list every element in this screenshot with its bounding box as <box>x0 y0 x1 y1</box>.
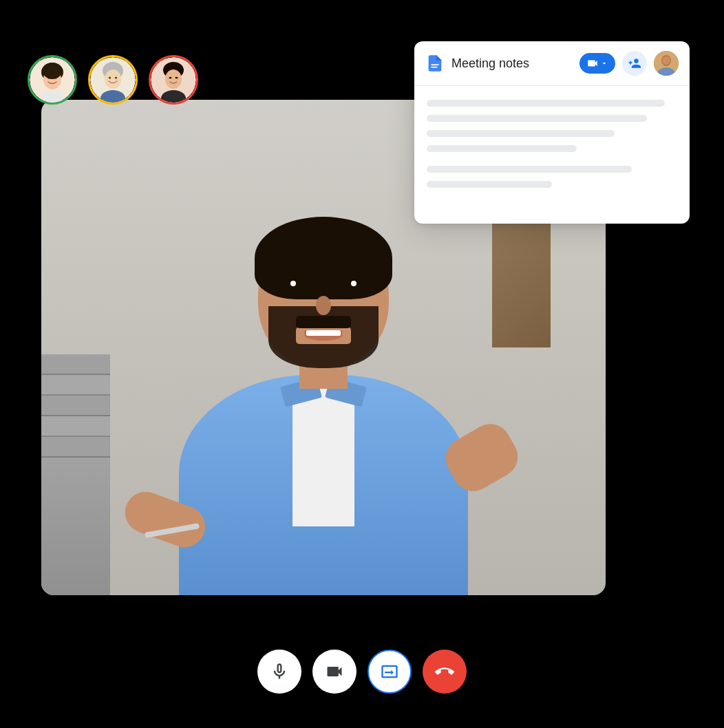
text-line-4 <box>427 145 577 152</box>
speaker-head <box>258 224 389 368</box>
scene: Meeting notes <box>0 0 724 728</box>
camera-button[interactable] <box>312 650 356 694</box>
participant-avatar-3[interactable] <box>149 55 198 105</box>
share-screen-button[interactable] <box>368 650 412 694</box>
svg-point-9 <box>105 69 121 89</box>
speaker-left-eye <box>287 279 308 291</box>
text-line-3 <box>427 130 615 137</box>
svg-point-24 <box>662 56 670 65</box>
add-people-button[interactable] <box>622 51 647 76</box>
svg-point-6 <box>55 77 57 79</box>
text-line-6 <box>427 181 552 188</box>
notes-header: Meeting notes <box>414 41 690 86</box>
svg-point-3 <box>43 63 62 79</box>
participant-avatar-1[interactable] <box>28 55 77 105</box>
svg-point-18 <box>175 77 178 78</box>
speaker-right-eye <box>339 279 360 291</box>
dropdown-arrow-icon <box>600 59 608 67</box>
svg-rect-20 <box>431 67 437 68</box>
svg-point-5 <box>48 77 50 79</box>
svg-point-17 <box>169 77 172 78</box>
text-line-5 <box>427 166 632 173</box>
speaker-mustache <box>296 316 351 328</box>
mic-button[interactable] <box>257 650 301 694</box>
speaker-body <box>179 375 468 595</box>
svg-point-15 <box>165 69 182 89</box>
speaker-nose <box>316 296 331 315</box>
notes-title: Meeting notes <box>451 56 573 71</box>
text-line-1 <box>427 100 665 107</box>
speaker-mouth-area <box>296 327 351 344</box>
participants-bar <box>28 55 198 105</box>
participant-avatar-2[interactable] <box>88 55 138 105</box>
user-avatar[interactable] <box>654 51 679 76</box>
speaker-hair <box>255 217 392 299</box>
svg-rect-19 <box>431 64 439 65</box>
notes-panel: Meeting notes <box>414 41 690 224</box>
svg-point-12 <box>115 77 117 79</box>
text-line-2 <box>427 115 647 122</box>
controls-bar <box>257 650 467 694</box>
notes-body <box>414 86 690 224</box>
end-call-button[interactable] <box>423 650 467 694</box>
meet-video-button[interactable] <box>579 53 615 74</box>
docs-icon <box>425 54 445 73</box>
svg-point-11 <box>109 77 111 79</box>
